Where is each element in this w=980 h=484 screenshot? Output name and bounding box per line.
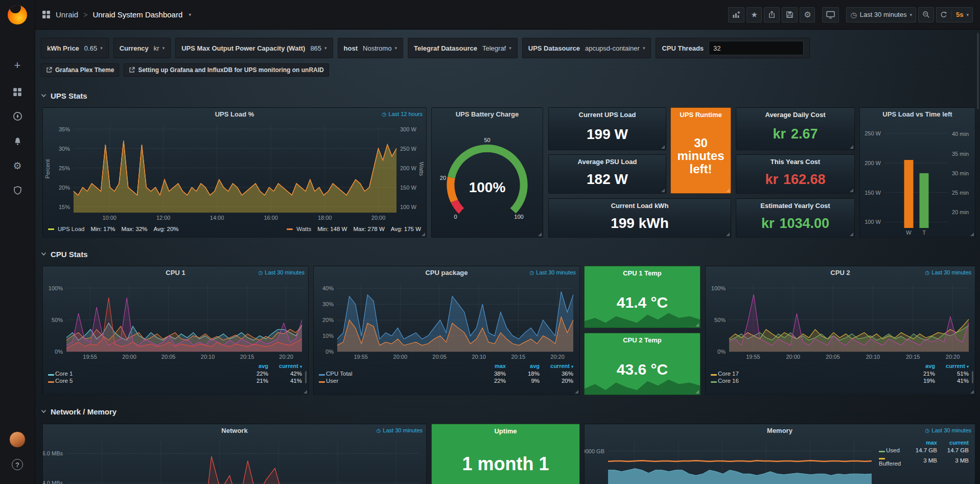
legend-series-name[interactable]: Core 17	[711, 370, 902, 377]
legend-col-header[interactable]: current ▾	[541, 363, 574, 370]
breadcrumb-app[interactable]: Unraid	[56, 10, 78, 19]
panel-time-range-link[interactable]: ◷Last 30 minutes	[259, 269, 305, 275]
panel-title[interactable]: UPS Runtime	[671, 108, 731, 119]
user-profile-menu-item[interactable]	[0, 432, 35, 447]
panel-title[interactable]: This Years Cost	[736, 155, 854, 166]
server-admin-menu-item[interactable]	[0, 182, 35, 198]
panel-resize-handle[interactable]	[575, 390, 578, 394]
cpu2-chart[interactable]: 0%50%100%19:5520:0020:0520:1020:1520:20	[706, 280, 975, 362]
panel-resize-handle[interactable]	[850, 145, 853, 149]
variable-ups-max-output[interactable]: UPS Max Output Power Capacity (Watt) 865…	[175, 38, 333, 58]
panel-title[interactable]: Uptime	[432, 424, 579, 435]
cpu-package-chart[interactable]: 0%10%20%30%40%19:5520:0020:0520:1020:152…	[314, 280, 579, 362]
row-header-network-memory[interactable]: Network / Memory	[41, 406, 116, 417]
legend-col-header[interactable]: max	[906, 440, 938, 447]
panel-time-range-link[interactable]: ◷Last 30 minutes	[530, 269, 576, 275]
panel-time-range-link[interactable]: ◷Last 30 minutes	[925, 269, 971, 275]
panel-header[interactable]: CPU 2 ◷Last 30 minutes	[706, 266, 975, 280]
panel-title[interactable]: CPU 1 Temp	[585, 266, 700, 277]
panel-resize-handle[interactable]	[970, 233, 974, 236]
panel-resize-handle[interactable]	[726, 233, 730, 236]
panel-header[interactable]: Memory ◷Last 30 minutes	[585, 424, 975, 437]
create-menu-item[interactable]: +	[0, 58, 35, 73]
dashboards-menu-item[interactable]	[0, 84, 35, 100]
legend-series-name[interactable]: UPS Load	[58, 226, 84, 232]
variable-value[interactable]: 0.65▾	[84, 44, 103, 52]
panel-title[interactable]: UPS Battery Charge	[432, 108, 543, 121]
legend-series-name[interactable]: User	[319, 377, 473, 384]
panel-resize-handle[interactable]	[695, 323, 699, 327]
variable-value[interactable]: 865▾	[310, 44, 326, 52]
cpu-threads-input[interactable]	[709, 41, 804, 55]
network-chart[interactable]: 2.0 MBs4.0 MBs6.0 MBs19:5520:0020:0520:1…	[43, 437, 426, 484]
variable-value[interactable]: Nostromo▾	[363, 44, 397, 52]
legend-series-name[interactable]: Watts	[296, 226, 311, 232]
panel-title[interactable]: Current UPS Load	[549, 108, 666, 119]
cpu1-chart[interactable]: 0%50%100%19:5520:0020:0520:1020:1520:20	[43, 280, 308, 362]
row-header-cpu-stats[interactable]: CPU Stats	[41, 248, 88, 260]
panel-header[interactable]: UPS Battery Charge	[432, 108, 543, 121]
panel-title[interactable]: UPS Load %	[43, 108, 426, 121]
legend-series-name[interactable]: Used	[879, 447, 906, 454]
legend-col-header[interactable]: current ▾	[269, 363, 303, 370]
panel-title[interactable]: CPU 2 Temp	[585, 333, 700, 344]
add-panel-button[interactable]	[728, 7, 744, 22]
panel-title[interactable]: UPS Load vs Time left	[860, 108, 975, 121]
memory-chart[interactable]: 50.000000 GB60.000000 GB70.000000 GB19:5…	[585, 437, 878, 484]
panel-time-range-link[interactable]: ◷Last 12 hours	[382, 111, 423, 117]
legend-scrollbar[interactable]	[305, 371, 307, 383]
variable-currency[interactable]: Currency kr▾	[113, 38, 171, 58]
grafana-logo[interactable]	[8, 5, 27, 25]
dashboard-settings-button[interactable]: ⚙	[800, 7, 815, 22]
panel-resize-handle[interactable]	[850, 233, 853, 236]
refresh-picker[interactable]: 5s ▾	[936, 7, 973, 22]
legend-series-name[interactable]: Buffered	[879, 454, 906, 467]
panel-resize-handle[interactable]	[422, 233, 425, 236]
page-scrollbar[interactable]	[977, 33, 979, 109]
panel-header[interactable]: UPS Load % ◷Last 12 hours	[43, 108, 426, 121]
variable-cpu-threads[interactable]: CPU Threads	[656, 38, 810, 58]
panel-title[interactable]: Estimated Yearly Cost	[736, 199, 854, 210]
panel-time-range-link[interactable]: ◷Last 30 minutes	[925, 427, 971, 433]
legend-series-name[interactable]: Core 5	[48, 377, 236, 384]
variable-ups-datasource[interactable]: UPS Datasource apcupsd-container▾	[522, 38, 651, 58]
ups-load-chart[interactable]: 15%20%25%30%35%100 W150 W200 W250 W300 W…	[43, 121, 426, 223]
legend-item[interactable]: UPS LoadMin: 17%Max: 32%Avg: 20%	[48, 226, 179, 232]
time-range-picker[interactable]: ◷ Last 30 minutes ▾	[846, 7, 916, 22]
legend-series-name[interactable]: CPU Total	[319, 370, 473, 377]
legend-col-header[interactable]: current ▾	[936, 363, 970, 370]
configuration-menu-item[interactable]: ⚙	[0, 158, 35, 173]
variable-host[interactable]: host Nostromo▾	[338, 38, 403, 58]
variable-kwh-price[interactable]: kWh Price 0.65▾	[41, 38, 109, 58]
ups-load-time-left-bar-chart[interactable]: 100 W150 W200 W250 W20 min25 min30 min35…	[860, 121, 975, 237]
panel-title[interactable]: Memory	[585, 424, 975, 437]
legend-col-header[interactable]: max	[473, 363, 507, 370]
panel-header[interactable]: CPU package ◷Last 30 minutes	[314, 266, 579, 280]
panel-resize-handle[interactable]	[538, 233, 542, 236]
legend-series-name[interactable]: Core 16	[711, 377, 902, 384]
legend-col-header[interactable]: avg	[507, 363, 541, 370]
dashboard-title[interactable]: Unraid System Dashboard	[92, 10, 182, 19]
star-dashboard-button[interactable]: ★	[746, 7, 762, 22]
dashboard-caret-icon[interactable]: ▾	[189, 12, 191, 17]
variable-telegraf-datasource[interactable]: Telegraf Datasource Telegraf▾	[408, 38, 518, 58]
variable-value[interactable]: Telegraf▾	[482, 44, 511, 52]
row-header-ups-stats[interactable]: UPS Stats	[41, 90, 87, 101]
panel-title[interactable]: Average Daily Cost	[736, 108, 854, 119]
share-dashboard-button[interactable]	[764, 7, 780, 22]
variable-value[interactable]: apcupsd-container▾	[585, 44, 645, 52]
explore-menu-item[interactable]	[0, 108, 35, 124]
panel-title[interactable]: Average PSU Load	[549, 155, 666, 166]
legend-col-header[interactable]: avg	[902, 363, 936, 370]
panel-resize-handle[interactable]	[970, 390, 974, 394]
alerting-menu-item[interactable]	[0, 133, 35, 149]
legend-scrollbar[interactable]	[972, 371, 973, 383]
help-menu-item[interactable]: ?	[0, 457, 35, 472]
panel-header[interactable]: CPU 1 ◷Last 30 minutes	[43, 266, 308, 280]
panel-title[interactable]: Network	[43, 424, 426, 437]
panel-resize-handle[interactable]	[661, 189, 665, 192]
link-ups-monitoring-guide[interactable]: Setting up Grafana and InfluxDB for UPS …	[124, 63, 329, 77]
panel-resize-handle[interactable]	[304, 390, 307, 394]
panel-header[interactable]: Network ◷Last 30 minutes	[43, 424, 426, 437]
legend-col-header[interactable]: avg	[236, 363, 269, 370]
